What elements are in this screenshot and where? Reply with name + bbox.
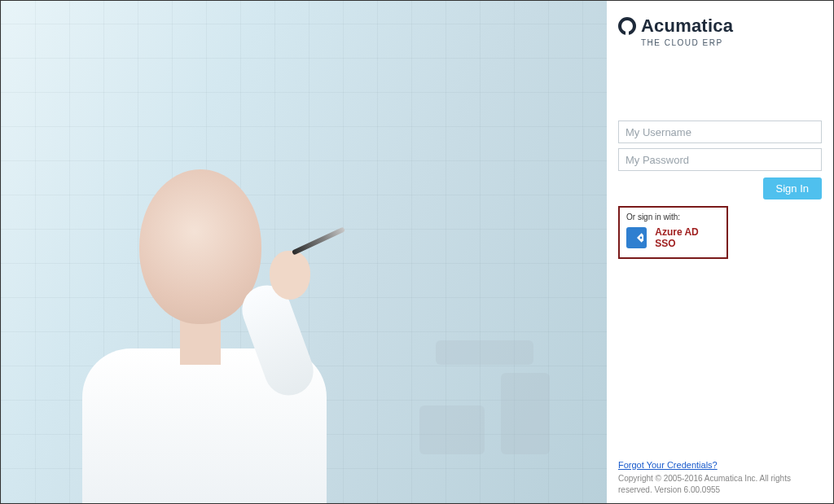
forgot-credentials-link[interactable]: Forgot Your Credentials?: [618, 460, 718, 470]
brand-logo: Acumatica THE CLOUD ERP: [618, 15, 822, 47]
username-input[interactable]: [618, 121, 822, 143]
svg-rect-1: [626, 29, 629, 35]
sso-provider-label: Azure AD SSO: [655, 226, 720, 249]
password-input[interactable]: [618, 148, 822, 171]
login-panel: Acumatica THE CLOUD ERP Sign In Or sign …: [607, 1, 833, 503]
copyright-text: Copyright © 2005-2016 Acumatica Inc. All…: [618, 473, 822, 495]
svg-point-4: [639, 237, 642, 239]
svg-point-6: [631, 237, 634, 239]
azure-ad-icon: [626, 227, 647, 248]
svg-point-5: [635, 241, 638, 243]
sso-section: Or sign in with: Azure AD SSO: [618, 206, 728, 259]
hero-figure: [66, 112, 343, 503]
signin-button[interactable]: Sign In: [763, 177, 822, 199]
brand-tagline: THE CLOUD ERP: [641, 38, 822, 47]
hero-lab-equipment: [419, 308, 582, 454]
brand-name: Acumatica: [641, 15, 733, 37]
hero-image: [1, 1, 607, 503]
svg-point-3: [635, 233, 638, 235]
sso-prompt: Or sign in with:: [626, 213, 720, 221]
acumatica-logo-icon: [618, 17, 636, 35]
azure-ad-sso-button[interactable]: Azure AD SSO: [626, 226, 720, 249]
